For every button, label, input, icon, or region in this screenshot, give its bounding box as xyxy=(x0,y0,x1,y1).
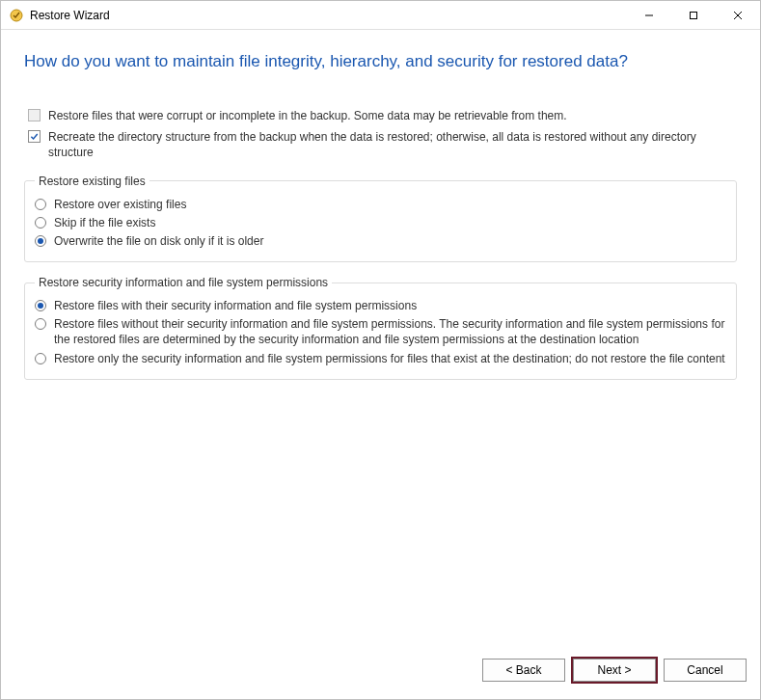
radio-existing-skip[interactable]: Skip if the file exists xyxy=(35,215,726,230)
radio-icon[interactable] xyxy=(35,318,46,330)
group-legend: Restore existing files xyxy=(35,175,149,188)
group-security-permissions: Restore security information and file sy… xyxy=(24,276,737,380)
maximize-button[interactable] xyxy=(671,1,716,30)
radio-icon[interactable] xyxy=(35,300,46,311)
cancel-button[interactable]: Cancel xyxy=(664,659,747,682)
radio-existing-overwrite-older[interactable]: Overwrite the file on disk only if it is… xyxy=(35,233,726,249)
option-label: Recreate the directory structure from th… xyxy=(48,129,737,160)
checkbox-restore-corrupt[interactable] xyxy=(28,109,41,121)
titlebar: Restore Wizard xyxy=(1,1,760,30)
wizard-content: How do you want to maintain file integri… xyxy=(1,30,760,380)
group-restore-existing: Restore existing files Restore over exis… xyxy=(24,175,737,263)
radio-icon[interactable] xyxy=(35,235,46,247)
minimize-button[interactable] xyxy=(627,1,671,30)
radio-label: Restore files without their security inf… xyxy=(54,316,726,347)
option-label: Restore files that were corrupt or incom… xyxy=(48,108,567,123)
back-button[interactable]: < Back xyxy=(482,659,565,682)
app-icon xyxy=(9,8,24,23)
radio-existing-over[interactable]: Restore over existing files xyxy=(35,197,726,212)
window-title: Restore Wizard xyxy=(30,9,110,22)
radio-label: Restore files with their security inform… xyxy=(54,298,417,313)
radio-label: Skip if the file exists xyxy=(54,215,155,230)
radio-icon[interactable] xyxy=(35,199,46,210)
radio-security-without[interactable]: Restore files without their security inf… xyxy=(35,316,726,347)
radio-label: Restore only the security information an… xyxy=(54,351,725,366)
group-legend: Restore security information and file sy… xyxy=(35,276,332,289)
wizard-footer: < Back Next > Cancel xyxy=(1,651,760,699)
radio-security-with[interactable]: Restore files with their security inform… xyxy=(35,298,726,313)
svg-rect-2 xyxy=(691,12,697,18)
radio-icon[interactable] xyxy=(35,217,46,229)
page-heading: How do you want to maintain file integri… xyxy=(24,51,737,73)
radio-security-only[interactable]: Restore only the security information an… xyxy=(35,351,726,366)
radio-label: Restore over existing files xyxy=(54,197,186,212)
option-restore-corrupt[interactable]: Restore files that were corrupt or incom… xyxy=(28,108,737,123)
close-button[interactable] xyxy=(716,1,760,30)
radio-icon[interactable] xyxy=(35,353,46,364)
next-button[interactable]: Next > xyxy=(573,659,656,682)
option-recreate-dir[interactable]: Recreate the directory structure from th… xyxy=(28,129,737,160)
checkbox-recreate-dir[interactable] xyxy=(28,130,41,143)
radio-label: Overwrite the file on disk only if it is… xyxy=(54,233,263,249)
